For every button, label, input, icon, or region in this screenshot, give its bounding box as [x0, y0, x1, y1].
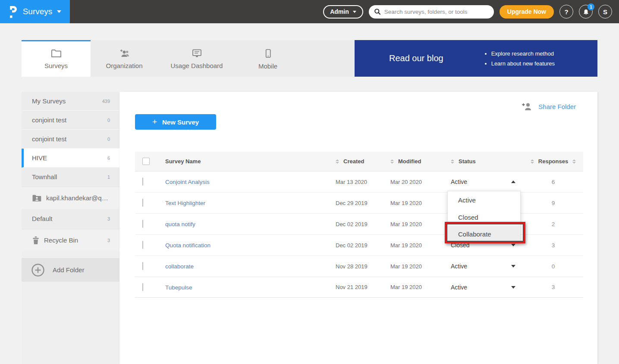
select-all-checkbox[interactable]	[142, 158, 150, 165]
status-select[interactable]: Active	[451, 284, 523, 291]
tab-label: Usage Dashboard	[171, 62, 223, 69]
tab-label: Surveys	[44, 62, 68, 69]
sidebar-item-my-surveys[interactable]: My Surveys 439	[22, 92, 119, 111]
add-folder-button[interactable]: Add Folder	[22, 258, 119, 282]
folders-sidebar: My Surveys 439 conjoint test 0 conjoint …	[22, 92, 119, 364]
banner-bullet: Learn about new features	[491, 59, 555, 68]
product-switcher[interactable]: Surveys	[0, 0, 70, 23]
row-checkbox[interactable]	[142, 283, 143, 291]
row-checkbox[interactable]	[142, 199, 143, 207]
folder-label: Townhall	[32, 173, 57, 180]
folder-count: 3	[107, 216, 110, 221]
tab-organization[interactable]: Organization	[91, 40, 158, 77]
created-date: Dec 02 2019	[336, 242, 390, 249]
modified-date: Mar 20 2020	[390, 179, 451, 185]
modified-date: Mar 19 2020	[390, 242, 451, 249]
notification-badge: 1	[588, 3, 594, 10]
sort-icon	[336, 159, 339, 164]
modified-date: Mar 19 2020	[390, 263, 451, 270]
dropdown-item-closed[interactable]: Closed	[448, 209, 520, 225]
status-select[interactable]: Active	[451, 263, 523, 270]
notifications-button[interactable]: 1	[579, 5, 593, 19]
plus-circle-icon	[31, 263, 45, 277]
survey-link[interactable]: Conjoint Analysis	[165, 179, 210, 185]
status-dropdown-menu: Active Closed Collaborate	[447, 191, 521, 243]
banner-bullet: Explore research method	[491, 49, 555, 59]
dropdown-item-active[interactable]: Active	[448, 191, 520, 209]
product-name: Surveys	[23, 7, 53, 16]
sidebar-item-shared-account[interactable]: kapil.khandekar@que...	[22, 187, 119, 209]
top-bar-actions: Admin Upgrade Now ? 1 S	[323, 5, 619, 19]
survey-link[interactable]: Tubepulse	[165, 284, 192, 291]
chevron-down-icon	[511, 286, 515, 289]
global-search	[369, 5, 494, 19]
banner-title: Read our blog	[389, 53, 443, 63]
person-plus-icon	[521, 102, 532, 111]
column-header-modified[interactable]: Modified	[390, 158, 451, 165]
share-folder-button[interactable]: Share Folder	[521, 102, 576, 111]
tab-usage-dashboard[interactable]: Usage Dashboard	[158, 40, 236, 77]
responses-count: 3	[523, 242, 583, 249]
survey-link[interactable]: quota notify	[165, 221, 195, 227]
add-folder-label: Add Folder	[53, 266, 84, 274]
row-checkbox[interactable]	[142, 177, 143, 186]
share-folder-label: Share Folder	[538, 103, 576, 110]
folder-label: My Surveys	[32, 97, 66, 105]
tab-label: Organization	[106, 62, 142, 69]
column-header-created[interactable]: Created	[336, 158, 390, 165]
questionpro-logo-icon	[9, 5, 18, 18]
new-survey-button[interactable]: + New Survey	[135, 114, 216, 130]
sort-icon	[451, 159, 454, 164]
folder-label: conjoint test	[32, 135, 66, 143]
row-checkbox[interactable]	[142, 262, 143, 270]
survey-link[interactable]: collaborate	[165, 263, 194, 270]
sidebar-item-hive[interactable]: HIVE 6	[22, 149, 119, 168]
column-header-responses[interactable]: Responses	[523, 158, 583, 165]
sidebar-filler	[22, 282, 119, 364]
sort-icon	[572, 159, 576, 164]
tab-label: Mobile	[258, 62, 277, 70]
blog-banner[interactable]: Read our blog Explore research method Le…	[355, 40, 597, 77]
upgrade-now-button[interactable]: Upgrade Now	[500, 5, 554, 19]
folder-count: 1	[107, 174, 110, 180]
people-plus-icon	[119, 49, 130, 58]
responses-count: 9	[523, 200, 583, 206]
status-value: Active	[451, 263, 467, 270]
avatar-button[interactable]: S	[598, 5, 612, 19]
modified-date: Mar 19 2020	[390, 221, 451, 227]
responses-count: 6	[523, 179, 583, 185]
sidebar-item-default[interactable]: Default 3	[22, 209, 119, 229]
status-select[interactable]: Active	[451, 178, 523, 185]
dropdown-item-collaborate[interactable]: Collaborate	[448, 225, 520, 243]
tab-surveys[interactable]: Surveys	[22, 40, 91, 77]
trash-icon	[32, 236, 40, 245]
sidebar-item-conjoint-test-1[interactable]: conjoint test 0	[22, 111, 119, 130]
tabs-filler	[300, 40, 355, 77]
survey-link[interactable]: Text Highlighter	[165, 200, 205, 206]
column-header-survey-name[interactable]: Survey Name	[165, 158, 336, 165]
folder-count: 0	[107, 118, 110, 123]
sidebar-item-conjoint-test-2[interactable]: conjoint test 0	[22, 130, 119, 149]
primary-tabs: Surveys Organization	[22, 40, 597, 77]
sidebar-item-recycle-bin[interactable]: Recycle Bin 3	[22, 229, 119, 251]
row-checkbox[interactable]	[142, 241, 143, 249]
banner-bullet-list: Explore research method Learn about new …	[484, 49, 555, 68]
tab-mobile[interactable]: Mobile	[236, 40, 300, 77]
sidebar-item-townhall[interactable]: Townhall 1	[22, 168, 119, 187]
chevron-down-icon	[511, 244, 515, 246]
folder-count: 0	[107, 137, 110, 142]
folder-label: HIVE	[32, 154, 47, 162]
row-checkbox[interactable]	[142, 220, 143, 228]
search-input[interactable]	[384, 9, 489, 15]
help-button[interactable]: ?	[559, 5, 573, 19]
sort-icon	[531, 159, 534, 164]
folder-label: kapil.khandekar@que...	[46, 194, 110, 202]
admin-label: Admin	[330, 8, 349, 15]
column-header-status[interactable]: Status	[451, 158, 523, 165]
created-date: Nov 28 2019	[336, 263, 390, 270]
status-value: Active	[451, 178, 467, 185]
chevron-down-icon	[353, 11, 356, 13]
tabs-group: Surveys Organization	[22, 40, 355, 77]
admin-menu-button[interactable]: Admin	[323, 5, 363, 19]
survey-link[interactable]: Quota notification	[165, 242, 211, 249]
